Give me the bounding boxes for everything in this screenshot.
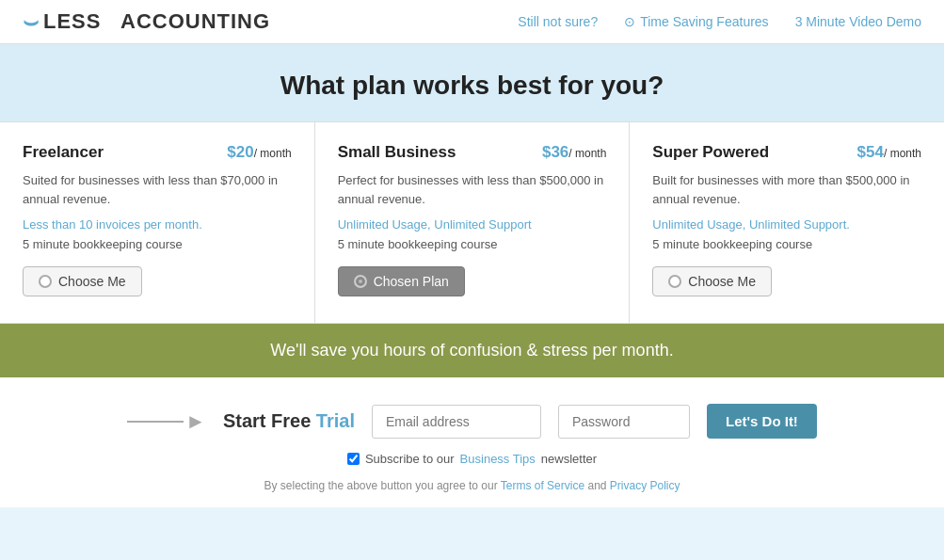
plan-small-business-feature2: 5 minute bookkeeping course <box>338 237 607 251</box>
plan-freelancer-name: Freelancer <box>23 143 104 162</box>
plan-freelancer-price: $20/ month <box>227 143 291 162</box>
privacy-policy-link[interactable]: Privacy Policy <box>610 479 680 492</box>
plan-freelancer-header: Freelancer $20/ month <box>23 143 292 162</box>
cta-email-input[interactable] <box>372 405 541 439</box>
plan-super-powered-header: Super Powered $54/ month <box>652 143 921 162</box>
logo-text: LESS ACCOUNTING <box>43 9 270 34</box>
plan-small-business-header: Small Business $36/ month <box>338 143 607 162</box>
cta-section: ► Start Free Trial Let's Do It! Subscrib… <box>0 377 944 507</box>
plan-super-powered-desc: Built for businesses with more than $500… <box>652 171 921 208</box>
nav-still-not-sure[interactable]: Still not sure? <box>518 14 598 29</box>
terms-and: and <box>587 479 606 492</box>
plan-super-powered: Super Powered $54/ month Built for busin… <box>630 122 944 323</box>
plan-small-business-button[interactable]: Chosen Plan <box>338 266 465 296</box>
plan-super-powered-feature1: Unlimited Usage, Unlimited Support. <box>652 217 921 232</box>
plan-small-business: Small Business $36/ month Perfect for bu… <box>315 122 631 323</box>
radio-circle-freelancer <box>39 275 52 288</box>
terms-of-service-link[interactable]: Terms of Service <box>501 479 584 492</box>
plan-small-business-price: $36/ month <box>542 143 606 162</box>
cta-submit-button[interactable]: Let's Do It! <box>707 404 817 439</box>
plan-freelancer-desc: Suited for businesses with less than $70… <box>23 171 292 208</box>
subscribe-text-prefix: Subscribe to our <box>365 452 455 466</box>
arrow-line <box>127 421 184 423</box>
cta-password-input[interactable] <box>558 405 690 439</box>
radio-circle-super-powered <box>668 275 681 288</box>
cta-arrow: ► <box>127 409 206 434</box>
clock-icon: ⊙ <box>624 14 635 29</box>
subscribe-checkbox[interactable] <box>347 453 360 465</box>
savings-banner-text: We'll save you hours of confusion & stre… <box>270 341 673 360</box>
plan-super-powered-button[interactable]: Choose Me <box>652 266 772 296</box>
plan-super-powered-feature2: 5 minute bookkeeping course <box>652 237 921 251</box>
hero-heading: What plan works best for you? <box>0 71 944 101</box>
hero-section: What plan works best for you? <box>0 44 944 121</box>
plan-super-powered-name: Super Powered <box>652 143 769 162</box>
cta-start-free-text: Start Free <box>223 410 316 431</box>
logo: ⌣ LESS ACCOUNTING <box>23 9 270 34</box>
cta-label: Start Free Trial <box>223 410 355 432</box>
terms-row: By selecting the above button you agree … <box>264 479 680 492</box>
radio-circle-small-business <box>354 275 367 288</box>
plan-freelancer-feature2: 5 minute bookkeeping course <box>23 237 292 251</box>
plan-small-business-desc: Perfect for businesses with less than $5… <box>338 171 607 208</box>
cta-trial-text: Trial <box>316 410 355 431</box>
header: ⌣ LESS ACCOUNTING Still not sure? ⊙ Time… <box>0 0 944 44</box>
terms-prefix: By selecting the above button you agree … <box>264 479 497 492</box>
plan-small-business-feature1: Unlimited Usage, Unlimited Support <box>338 217 607 232</box>
nav-time-saving[interactable]: ⊙ Time Saving Features <box>624 14 768 29</box>
subscribe-row: Subscribe to our Business Tips newslette… <box>347 452 597 466</box>
logo-icon: ⌣ <box>23 9 40 34</box>
nav-video-demo[interactable]: 3 Minute Video Demo <box>795 14 921 29</box>
subscribe-text-suffix: newsletter <box>541 452 597 466</box>
plan-freelancer-button[interactable]: Choose Me <box>23 266 142 296</box>
arrow-head: ► <box>185 409 206 434</box>
savings-banner: We'll save you hours of confusion & stre… <box>0 324 944 377</box>
plan-freelancer-feature1: Less than 10 invoices per month. <box>23 217 292 232</box>
header-nav: Still not sure? ⊙ Time Saving Features 3… <box>518 14 921 29</box>
plans-section: Freelancer $20/ month Suited for busines… <box>0 121 944 324</box>
plan-super-powered-price: $54/ month <box>857 143 921 162</box>
subscribe-link[interactable]: Business Tips <box>460 452 536 466</box>
plan-small-business-name: Small Business <box>338 143 456 162</box>
cta-row: ► Start Free Trial Let's Do It! <box>127 404 817 439</box>
plan-freelancer: Freelancer $20/ month Suited for busines… <box>0 122 315 323</box>
